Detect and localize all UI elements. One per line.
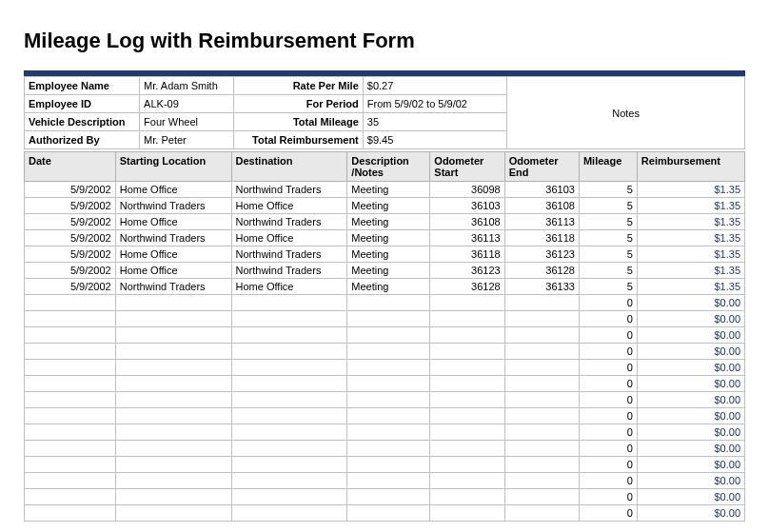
cell-mileage[interactable]: 5 bbox=[579, 279, 637, 295]
cell-reimbursement[interactable]: $0.00 bbox=[637, 392, 744, 408]
cell-odometer-end[interactable]: 36123 bbox=[504, 246, 579, 263]
cell-destination[interactable]: Northwind Traders bbox=[231, 263, 347, 279]
cell-date[interactable] bbox=[25, 344, 116, 360]
cell-starting-location[interactable] bbox=[115, 473, 231, 489]
cell-description[interactable] bbox=[347, 505, 430, 522]
cell-reimbursement[interactable]: $0.00 bbox=[637, 424, 744, 441]
cell-odometer-end[interactable]: 36103 bbox=[504, 182, 579, 198]
cell-odometer-end[interactable]: 36113 bbox=[504, 214, 579, 230]
cell-reimbursement[interactable]: $0.00 bbox=[637, 473, 744, 489]
cell-date[interactable] bbox=[25, 311, 116, 327]
col-description-notes[interactable]: Description /Notes bbox=[347, 152, 430, 182]
cell-description[interactable]: Meeting bbox=[347, 246, 430, 263]
cell-starting-location[interactable]: Home Office bbox=[115, 263, 231, 279]
cell-description[interactable]: Meeting bbox=[347, 263, 430, 279]
cell-starting-location[interactable] bbox=[115, 489, 231, 505]
cell-mileage[interactable]: 5 bbox=[579, 214, 637, 230]
cell-description[interactable] bbox=[347, 457, 430, 473]
cell-description[interactable] bbox=[347, 392, 430, 408]
cell-odometer-end[interactable] bbox=[504, 344, 579, 360]
cell-odometer-start[interactable]: 36123 bbox=[430, 263, 504, 279]
cell-reimbursement[interactable]: $0.00 bbox=[637, 457, 744, 473]
cell-reimbursement[interactable]: $1.35 bbox=[637, 279, 744, 295]
cell-starting-location[interactable] bbox=[115, 295, 231, 311]
cell-date[interactable] bbox=[25, 360, 116, 376]
cell-description[interactable] bbox=[347, 408, 430, 424]
col-mileage[interactable]: Mileage bbox=[579, 152, 637, 182]
value-employee-name[interactable]: Mr. Adam Smith bbox=[140, 77, 233, 95]
value-authorized-by[interactable]: Mr. Peter bbox=[140, 131, 233, 149]
cell-reimbursement[interactable]: $1.35 bbox=[637, 214, 744, 230]
cell-date[interactable]: 5/9/2002 bbox=[25, 214, 116, 230]
col-destination[interactable]: Destination bbox=[231, 152, 347, 182]
cell-description[interactable] bbox=[347, 327, 430, 344]
cell-starting-location[interactable] bbox=[115, 505, 231, 522]
value-vehicle-description[interactable]: Four Wheel bbox=[140, 113, 233, 131]
cell-date[interactable] bbox=[25, 376, 116, 392]
col-date[interactable]: Date bbox=[25, 152, 116, 182]
cell-reimbursement[interactable]: $1.35 bbox=[637, 230, 744, 246]
cell-odometer-start[interactable] bbox=[430, 489, 504, 505]
cell-destination[interactable]: Northwind Traders bbox=[231, 246, 347, 263]
cell-reimbursement[interactable]: $0.00 bbox=[637, 408, 744, 424]
cell-destination[interactable]: Home Office bbox=[231, 198, 347, 214]
cell-date[interactable] bbox=[25, 327, 116, 344]
cell-odometer-end[interactable]: 36118 bbox=[504, 230, 579, 246]
cell-starting-location[interactable] bbox=[115, 441, 231, 457]
cell-odometer-end[interactable]: 36133 bbox=[504, 279, 579, 295]
cell-odometer-end[interactable] bbox=[504, 311, 579, 327]
cell-destination[interactable] bbox=[231, 441, 347, 457]
cell-starting-location[interactable] bbox=[115, 392, 231, 408]
cell-odometer-start[interactable] bbox=[430, 295, 504, 311]
cell-odometer-start[interactable]: 36118 bbox=[430, 246, 504, 263]
cell-reimbursement[interactable]: $1.35 bbox=[637, 246, 744, 263]
cell-mileage[interactable]: 0 bbox=[579, 376, 637, 392]
cell-odometer-start[interactable]: 36103 bbox=[430, 198, 504, 214]
cell-reimbursement[interactable]: $0.00 bbox=[637, 505, 744, 522]
cell-destination[interactable] bbox=[231, 360, 347, 376]
col-reimbursement[interactable]: Reimbursement bbox=[637, 152, 744, 182]
cell-date[interactable]: 5/9/2002 bbox=[25, 182, 116, 198]
cell-destination[interactable]: Home Office bbox=[231, 279, 347, 295]
cell-starting-location[interactable] bbox=[115, 408, 231, 424]
cell-starting-location[interactable] bbox=[115, 327, 231, 344]
cell-mileage[interactable]: 5 bbox=[579, 198, 637, 214]
cell-description[interactable]: Meeting bbox=[347, 198, 430, 214]
cell-reimbursement[interactable]: $0.00 bbox=[637, 327, 744, 344]
cell-destination[interactable] bbox=[231, 392, 347, 408]
cell-odometer-end[interactable] bbox=[504, 408, 579, 424]
cell-destination[interactable] bbox=[231, 311, 347, 327]
cell-odometer-start[interactable] bbox=[430, 311, 504, 327]
cell-reimbursement[interactable]: $1.35 bbox=[637, 263, 744, 279]
cell-odometer-start[interactable] bbox=[430, 424, 504, 441]
value-rate-per-mile[interactable]: $0.27 bbox=[363, 77, 506, 95]
cell-starting-location[interactable]: Home Office bbox=[115, 214, 231, 230]
cell-description[interactable] bbox=[347, 295, 430, 311]
cell-odometer-start[interactable] bbox=[430, 457, 504, 473]
cell-odometer-start[interactable] bbox=[430, 408, 504, 424]
cell-date[interactable]: 5/9/2002 bbox=[25, 246, 116, 263]
cell-destination[interactable] bbox=[231, 376, 347, 392]
cell-odometer-end[interactable]: 36108 bbox=[504, 198, 579, 214]
cell-starting-location[interactable] bbox=[115, 360, 231, 376]
cell-description[interactable] bbox=[347, 344, 430, 360]
cell-starting-location[interactable]: Northwind Traders bbox=[115, 230, 231, 246]
cell-date[interactable]: 5/9/2002 bbox=[25, 263, 116, 279]
cell-mileage[interactable]: 0 bbox=[579, 489, 637, 505]
cell-odometer-end[interactable] bbox=[504, 327, 579, 344]
cell-reimbursement[interactable]: $1.35 bbox=[637, 182, 744, 198]
cell-destination[interactable] bbox=[231, 327, 347, 344]
cell-description[interactable] bbox=[347, 473, 430, 489]
cell-odometer-start[interactable] bbox=[430, 473, 504, 489]
cell-date[interactable] bbox=[25, 392, 116, 408]
cell-odometer-end[interactable] bbox=[504, 505, 579, 522]
cell-odometer-start[interactable]: 36108 bbox=[430, 214, 504, 230]
cell-destination[interactable] bbox=[231, 295, 347, 311]
col-odometer-start[interactable]: Odometer Start bbox=[430, 152, 504, 182]
cell-odometer-end[interactable] bbox=[504, 473, 579, 489]
cell-mileage[interactable]: 0 bbox=[579, 457, 637, 473]
cell-odometer-start[interactable] bbox=[430, 327, 504, 344]
cell-mileage[interactable]: 0 bbox=[579, 441, 637, 457]
cell-starting-location[interactable] bbox=[115, 376, 231, 392]
cell-date[interactable] bbox=[25, 441, 116, 457]
